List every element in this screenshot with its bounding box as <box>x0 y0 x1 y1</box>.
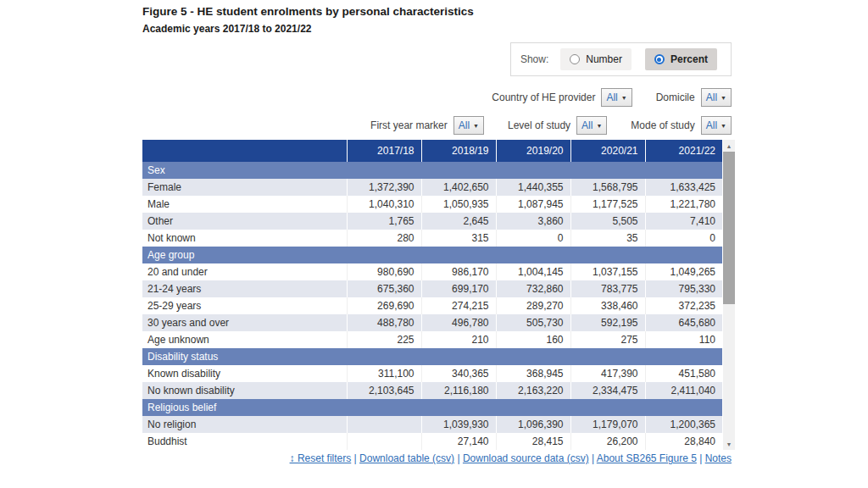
column-header-blank <box>142 140 347 162</box>
section-label: Age group <box>142 247 722 263</box>
filter-dropdown-domicile[interactable]: All▼ <box>701 88 732 107</box>
filter-label: Mode of study <box>631 119 694 131</box>
section-label: Sex <box>142 162 722 179</box>
row-value <box>347 416 421 433</box>
row-value: 1,200,365 <box>645 416 722 433</box>
row-value: 210 <box>421 331 496 348</box>
row-value: 2,116,180 <box>421 382 496 399</box>
chevron-down-icon: ▼ <box>596 123 602 129</box>
download-table-csv-link[interactable]: Download table (csv) <box>359 452 454 464</box>
row-value: 5,505 <box>570 213 645 230</box>
filter-dropdown-first-year-marker[interactable]: All▼ <box>453 116 484 135</box>
reset-filters-link[interactable]: ↕ Reset filters <box>290 452 352 464</box>
table-row: No known disability2,103,6452,116,1802,1… <box>142 382 722 399</box>
row-label: 25-29 years <box>142 297 347 314</box>
column-header-2019-20: 2019/20 <box>496 140 570 162</box>
table-row: 25-29 years269,690274,215289,270338,4603… <box>142 297 722 314</box>
filter-dropdown-country-of-he-provider[interactable]: All▼ <box>601 88 632 107</box>
filter-value: All <box>706 119 717 131</box>
row-value: 368,945 <box>496 365 570 382</box>
scroll-up-icon[interactable]: ▲ <box>723 140 735 152</box>
about-sb265-figure-5-link[interactable]: About SB265 Figure 5 <box>597 452 697 464</box>
table-row: 20 and under980,690986,1701,004,1451,037… <box>142 263 722 280</box>
radio-option-label: Number <box>586 53 622 65</box>
row-value: 1,050,935 <box>421 196 496 213</box>
row-label: No known disability <box>142 382 347 399</box>
vertical-scrollbar[interactable]: ▲ ▼ <box>723 140 735 450</box>
table-row: Other1,7652,6453,8605,5057,410 <box>142 213 722 230</box>
row-value: 1,040,310 <box>347 196 421 213</box>
row-value: 1,440,355 <box>496 179 570 196</box>
row-value <box>347 433 421 450</box>
row-value: 338,460 <box>570 297 645 314</box>
scroll-down-icon[interactable]: ▼ <box>723 438 735 450</box>
column-header-2017-18: 2017/18 <box>347 140 421 162</box>
link-separator: | <box>697 452 705 464</box>
row-value: 496,780 <box>421 314 496 331</box>
section-row-sex: Sex <box>142 162 722 179</box>
show-toggle-control: Show: NumberPercent <box>510 42 732 76</box>
filter-country-of-he-provider: Country of HE providerAll▼ <box>492 88 632 107</box>
row-value: 505,730 <box>496 314 570 331</box>
row-value: 1,004,145 <box>496 263 570 280</box>
section-label: Religious belief <box>142 399 722 416</box>
row-value: 1,179,070 <box>570 416 645 433</box>
filter-dropdown-level-of-study[interactable]: All▼ <box>576 116 607 135</box>
filter-value: All <box>606 92 617 103</box>
table-row: Female1,372,3901,402,6501,440,3551,568,7… <box>142 179 722 196</box>
radio-option-label: Percent <box>670 53 708 65</box>
row-value: 451,580 <box>645 365 722 382</box>
filter-domicile: DomicileAll▼ <box>656 88 732 107</box>
filter-value: All <box>706 92 717 103</box>
show-label: Show: <box>520 53 548 65</box>
row-value: 417,390 <box>570 365 645 382</box>
row-value: 340,365 <box>421 365 496 382</box>
row-value: 26,200 <box>570 433 645 450</box>
filter-dropdown-mode-of-study[interactable]: All▼ <box>701 116 732 135</box>
page-subtitle: Academic years 2017/18 to 2021/22 <box>142 23 311 35</box>
row-value: 1,177,525 <box>570 196 645 213</box>
row-label: Buddhist <box>142 433 347 450</box>
radio-icon <box>654 54 665 64</box>
download-source-data-csv-link[interactable]: Download source data (csv) <box>463 452 589 464</box>
row-value: 2,411,040 <box>645 382 722 399</box>
enrolments-table: 2017/182018/192019/202020/212021/22 SexF… <box>142 140 722 450</box>
row-value: 592,195 <box>570 314 645 331</box>
row-value: 783,775 <box>570 280 645 297</box>
row-value: 110 <box>645 331 722 348</box>
filter-value: All <box>459 119 470 131</box>
page-title: Figure 5 - HE student enrolments by pers… <box>142 5 474 18</box>
radio-option-percent[interactable]: Percent <box>645 48 717 70</box>
filter-mode-of-study: Mode of studyAll▼ <box>631 116 732 135</box>
row-value: 1,096,390 <box>496 416 570 433</box>
row-value: 372,235 <box>645 297 722 314</box>
column-header-2021-22: 2021/22 <box>645 140 722 162</box>
table-row: Male1,040,3101,050,9351,087,9451,177,525… <box>142 196 722 213</box>
row-value: 274,215 <box>421 297 496 314</box>
filter-label: Level of study <box>508 119 570 131</box>
row-value: 795,330 <box>645 280 722 297</box>
scrollbar-thumb[interactable] <box>723 152 735 304</box>
footer-links: ↕ Reset filters | Download table (csv) |… <box>290 452 732 464</box>
row-value: 160 <box>496 331 570 348</box>
radio-icon <box>570 54 580 64</box>
filter-level-of-study: Level of studyAll▼ <box>508 116 607 135</box>
row-value: 2,163,220 <box>496 382 570 399</box>
notes-link[interactable]: Notes <box>705 452 732 464</box>
row-value: 1,049,265 <box>645 263 722 280</box>
table-row: Not known2803150350 <box>142 230 722 247</box>
row-value: 35 <box>570 230 645 247</box>
row-value: 0 <box>645 230 722 247</box>
filter-value: All <box>581 119 593 131</box>
row-value: 1,372,390 <box>347 179 421 196</box>
row-value: 311,100 <box>347 365 421 382</box>
row-value: 3,860 <box>496 213 570 230</box>
radio-option-number[interactable]: Number <box>560 48 632 70</box>
row-label: Female <box>142 179 347 196</box>
section-label: Disability status <box>142 348 722 365</box>
row-value: 645,680 <box>645 314 722 331</box>
filter-label: First year marker <box>370 119 448 131</box>
table-row: Known disability311,100340,365368,945417… <box>142 365 722 382</box>
filter-first-year-marker: First year markerAll▼ <box>370 116 484 135</box>
row-value: 2,103,645 <box>347 382 421 399</box>
